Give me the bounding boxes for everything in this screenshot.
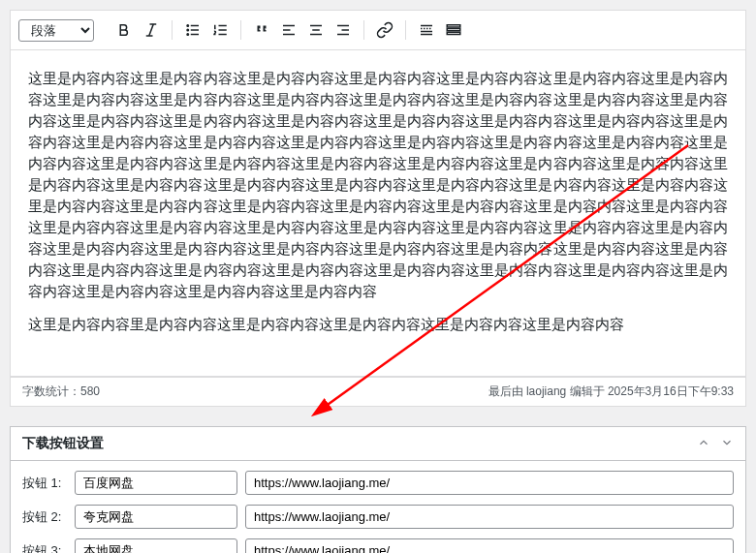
button-row-1: 按钮 1: — [22, 471, 734, 495]
download-button-settings-panel: 下载按钮设置 按钮 1: 按钮 2: 按钮 3 — [10, 426, 746, 553]
number-list-button[interactable] — [207, 17, 233, 43]
svg-rect-27 — [447, 29, 460, 31]
button-url-input-2[interactable] — [245, 505, 734, 529]
svg-point-6 — [187, 29, 189, 31]
paragraph-2[interactable]: 这里是内容内容里是内容内容这里是内容内容这里是内容内容这里是内容内容这里是内容内… — [28, 314, 728, 335]
editor-footer: 字数统计：580 最后由 laojiang 编辑于 2025年3月16日下午9:… — [10, 377, 746, 407]
align-left-button[interactable] — [276, 17, 301, 43]
button-name-input-1[interactable] — [75, 471, 237, 495]
panel-header: 下载按钮设置 — [11, 427, 745, 461]
editor-content[interactable]: 这里是内容内容这里是内容内容这里是内容内容这里是内容内容这里是内容内容这里是内容… — [10, 50, 746, 377]
svg-line-3 — [149, 24, 154, 36]
panel-collapse-down-icon[interactable] — [720, 436, 734, 452]
row-label: 按钮 3: — [22, 542, 67, 554]
svg-point-8 — [187, 34, 189, 36]
kitchen-sink-button[interactable] — [441, 17, 466, 43]
paragraph-1[interactable]: 这里是内容内容这里是内容内容这里是内容内容这里是内容内容这里是内容内容这里是内容… — [28, 68, 728, 302]
panel-body: 按钮 1: 按钮 2: 按钮 3: 按钮 4: — [11, 461, 745, 553]
insert-more-button[interactable] — [414, 17, 439, 43]
panel-collapse-up-icon[interactable] — [697, 436, 710, 452]
row-label: 按钮 2: — [22, 508, 67, 526]
button-name-input-3[interactable] — [75, 538, 237, 553]
button-name-input-2[interactable] — [75, 505, 237, 529]
last-edited: 最后由 laojiang 编辑于 2025年3月16日下午9:33 — [488, 384, 734, 400]
bullet-list-button[interactable] — [180, 17, 205, 43]
row-label: 按钮 1: — [22, 475, 67, 492]
bold-button[interactable] — [111, 17, 137, 43]
italic-button[interactable] — [139, 17, 164, 43]
link-button[interactable] — [372, 17, 397, 43]
button-row-2: 按钮 2: — [22, 505, 734, 529]
editor-toolbar: 段落 — [10, 10, 746, 50]
word-count: 字数统计：580 — [22, 384, 100, 400]
svg-rect-26 — [447, 25, 460, 27]
align-center-button[interactable] — [303, 17, 329, 43]
format-select[interactable]: 段落 — [18, 19, 94, 42]
button-url-input-1[interactable] — [245, 471, 734, 495]
blockquote-button[interactable] — [249, 17, 274, 43]
button-url-input-3[interactable] — [245, 538, 734, 553]
panel-title: 下载按钮设置 — [22, 435, 104, 452]
button-row-3: 按钮 3: — [22, 538, 734, 553]
svg-point-4 — [187, 25, 189, 27]
align-right-button[interactable] — [331, 17, 356, 43]
svg-rect-28 — [447, 32, 460, 34]
